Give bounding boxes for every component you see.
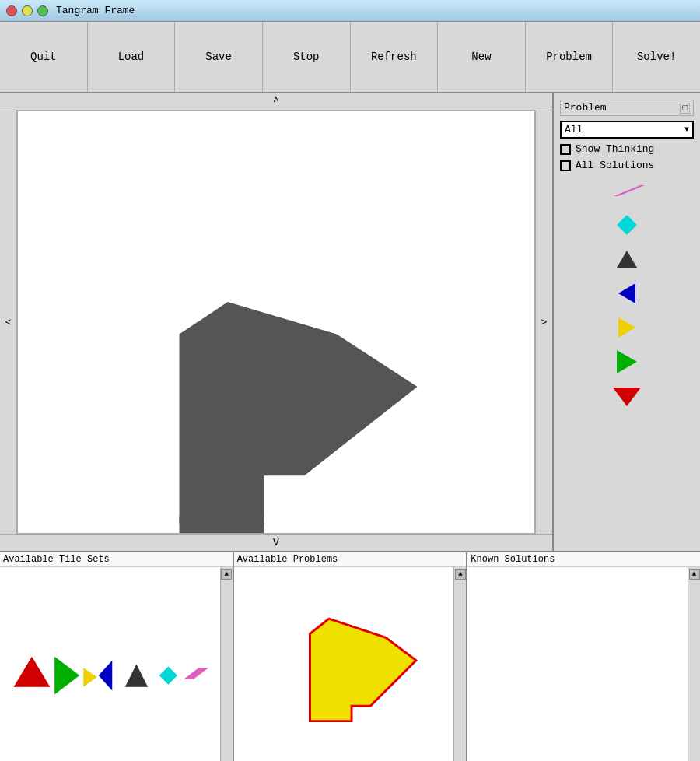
right-panel: Problem □ All ▼ Show Thinking All Soluti… — [552, 93, 700, 551]
svg-marker-3 — [617, 251, 637, 268]
svg-marker-5 — [618, 317, 635, 338]
blue-triangle-row[interactable] — [560, 279, 694, 308]
close-button[interactable] — [6, 5, 17, 16]
toolbar: Quit Load Save Stop Refresh New Problem … — [0, 22, 700, 93]
known-solutions-title: Known Solutions — [467, 552, 700, 567]
show-thinking-checkbox[interactable] — [560, 144, 571, 155]
svg-marker-2 — [617, 215, 637, 235]
svg-marker-14 — [184, 668, 208, 679]
available-problems-content-row: ▲ — [234, 567, 467, 761]
all-solutions-row: All Solutions — [560, 160, 694, 171]
window-title: Tangram Frame — [56, 5, 135, 16]
known-solutions-content — [467, 567, 688, 761]
svg-marker-6 — [617, 350, 637, 373]
bottom-section: Available Tile Sets — [0, 551, 700, 761]
known-solutions-content-row: ▲ — [467, 567, 700, 761]
show-thinking-row: Show Thinking — [560, 143, 694, 155]
all-solutions-label: All Solutions — [576, 160, 654, 171]
black-triangle-row[interactable] — [560, 244, 694, 274]
stop-button[interactable]: Stop — [263, 22, 351, 92]
problem-shape-preview — [310, 619, 415, 721]
solutions-scrollbar[interactable]: ▲ — [688, 567, 700, 761]
problem-close-btn[interactable]: □ — [680, 103, 690, 114]
tile-sets-title: Available Tile Sets — [0, 552, 233, 567]
refresh-button[interactable]: Refresh — [351, 22, 439, 92]
svg-marker-9 — [54, 657, 79, 695]
canvas-section: ^ < > — [0, 93, 552, 551]
tile-sets-scroll-up[interactable]: ▲ — [221, 569, 232, 580]
main-canvas-area[interactable] — [17, 110, 535, 534]
svg-marker-13 — [159, 666, 177, 684]
problem-header: Problem □ — [560, 100, 694, 116]
svg-marker-4 — [618, 283, 635, 303]
all-solutions-checkbox[interactable] — [560, 160, 571, 171]
blue-triangle-icon — [617, 282, 637, 305]
solve-button[interactable]: Solve! — [613, 22, 700, 92]
tile-sets-content — [0, 567, 220, 761]
known-solutions-panel: Known Solutions ▲ — [467, 552, 700, 761]
nav-down-button[interactable]: V — [0, 534, 552, 551]
cyan-piece-row[interactable] — [560, 210, 694, 240]
problems-scroll-up[interactable]: ▲ — [455, 569, 466, 580]
cyan-diamond-icon — [615, 213, 639, 237]
title-bar: Tangram Frame — [0, 0, 700, 22]
magenta-piece-row[interactable] — [560, 176, 694, 205]
show-thinking-label: Show Thinking — [576, 143, 654, 155]
yellow-triangle-icon — [617, 316, 637, 339]
red-triangle-icon — [611, 384, 642, 408]
svg-marker-7 — [613, 388, 641, 406]
load-button[interactable]: Load — [88, 22, 176, 92]
black-triangle-icon — [615, 249, 639, 269]
minimize-button[interactable] — [22, 5, 33, 16]
tangram-shape-overlay — [18, 111, 534, 533]
nav-up-button[interactable]: ^ — [0, 93, 552, 110]
green-triangle-icon — [615, 349, 639, 375]
available-problems-panel: Available Problems ▲ — [234, 552, 468, 761]
green-triangle-row[interactable] — [560, 347, 694, 377]
red-triangle-row[interactable] — [560, 381, 694, 411]
problem-button[interactable]: Problem — [526, 22, 614, 92]
solutions-scroll-up[interactable]: ▲ — [689, 569, 700, 580]
magenta-parallelogram-icon — [607, 182, 646, 199]
tile-sets-svg — [0, 567, 220, 761]
available-problems-title: Available Problems — [234, 552, 467, 567]
yellow-triangle-row[interactable] — [560, 313, 694, 342]
canvas-row: < > — [0, 110, 552, 534]
nav-left-button[interactable]: < — [0, 110, 17, 534]
tile-sets-content-row: ▲ — [0, 567, 233, 761]
quit-button[interactable]: Quit — [0, 22, 88, 92]
svg-marker-1 — [614, 185, 645, 196]
problem-label: Problem — [564, 102, 607, 114]
nav-right-button[interactable]: > — [535, 110, 552, 534]
svg-marker-11 — [99, 661, 113, 691]
save-button[interactable]: Save — [175, 22, 263, 92]
svg-marker-10 — [83, 668, 97, 686]
svg-marker-8 — [14, 657, 51, 687]
tile-sets-scrollbar[interactable]: ▲ — [220, 567, 233, 761]
problem-dropdown[interactable]: All ▼ — [560, 121, 694, 139]
problems-scrollbar[interactable]: ▲ — [453, 567, 466, 761]
tile-sets-panel: Available Tile Sets — [0, 552, 234, 761]
available-problems-content — [234, 567, 454, 761]
problems-svg — [234, 567, 454, 761]
new-button[interactable]: New — [438, 22, 526, 92]
main-area: ^ < > — [0, 93, 700, 551]
svg-marker-12 — [125, 665, 148, 687]
maximize-button[interactable] — [37, 5, 48, 16]
dropdown-arrow: ▼ — [684, 125, 689, 134]
dropdown-value: All — [565, 124, 583, 135]
